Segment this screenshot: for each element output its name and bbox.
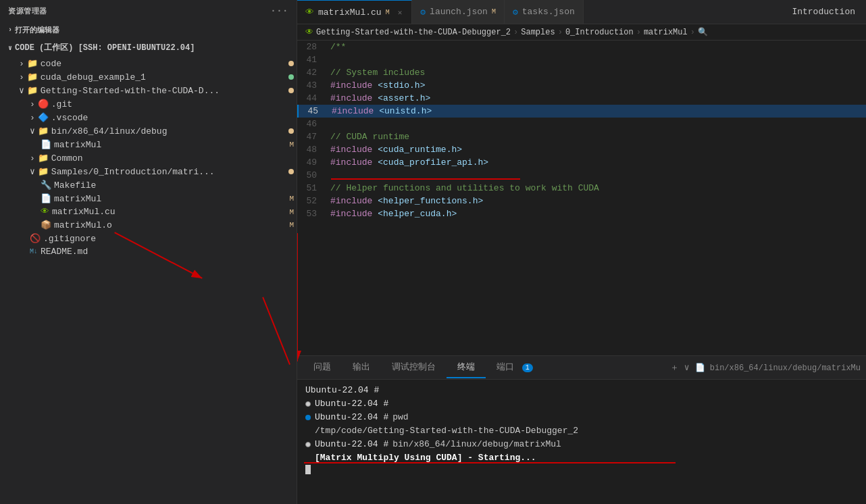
term-line-4: /tmp/code/Getting-Started-with-the-CUDA-… bbox=[305, 424, 858, 438]
line-num-46: 46 bbox=[297, 118, 328, 130]
sidebar-item-vscode-label: .vscode bbox=[51, 113, 294, 123]
panel-tab-problems[interactable]: 问题 bbox=[303, 357, 342, 378]
sidebar-item-gitignore-label: .gitignore bbox=[43, 234, 294, 244]
introduction-tab-area: Introduction bbox=[781, 0, 866, 24]
breadcrumb-sep1: › bbox=[513, 28, 518, 37]
breadcrumb-search-icon: 🔍 bbox=[698, 27, 708, 37]
cuda-debug-badge bbox=[288, 74, 294, 80]
sidebar-item-readme[interactable]: M↓ README.md bbox=[0, 245, 297, 258]
code-area: 28 /** 41 42 // System includes 43 #incl… bbox=[297, 41, 866, 355]
tab-matrixmul-cu[interactable]: 👁 matrixMul.cu M ✕ bbox=[297, 0, 412, 24]
sidebar-item-cuda-debug[interactable]: › 📁 cuda_debug_example_1 bbox=[0, 70, 297, 84]
term-line-6: [Matrix Multiply Using CUDA] - Starting.… bbox=[305, 451, 858, 465]
common-expand-icon: › bbox=[30, 153, 35, 163]
panel-tab-terminal[interactable]: 终端 bbox=[447, 357, 486, 378]
sidebar-item-bin-label: bin/x86_64/linux/debug bbox=[51, 126, 286, 136]
tab-matrixmul-cu-label: matrixMul.cu bbox=[318, 7, 382, 18]
line-num-51: 51 bbox=[297, 182, 328, 195]
sidebar-item-matrixmul2-label: matrixMul bbox=[54, 194, 286, 204]
sidebar-item-matrixmul-cu[interactable]: 👁 matrixMul.cu M bbox=[0, 205, 297, 218]
sidebar-item-git-label: .git bbox=[51, 99, 294, 109]
panel-tab-output[interactable]: 输出 bbox=[342, 357, 381, 378]
file-icon: 📄 bbox=[41, 139, 51, 150]
matrixmul-o-modified: M bbox=[289, 221, 294, 229]
sidebar-item-bin[interactable]: ∨ 📁 bin/x86_64/linux/debug bbox=[0, 124, 297, 138]
sidebar-item-common[interactable]: › 📁 Common bbox=[0, 151, 297, 165]
open-editors-chevron: › bbox=[8, 26, 12, 34]
sidebar-item-samples[interactable]: ∨ 📁 Samples/0_Introduction/matri... bbox=[0, 165, 297, 178]
sidebar-item-makefile[interactable]: 🔧 Makefile bbox=[0, 178, 297, 192]
term-dot-white-2 bbox=[305, 442, 311, 447]
terminal-content[interactable]: Ubuntu-22.04 # Ubuntu-22.04 # Ubuntu-22.… bbox=[297, 380, 866, 504]
folder-gs-icon: 📁 bbox=[27, 85, 38, 96]
breadcrumb-part3: 0_Introduction bbox=[565, 28, 634, 37]
open-editors-section[interactable]: › 打开的编辑器 bbox=[0, 22, 297, 39]
term-line-3: Ubuntu-22.04 # pwd bbox=[305, 411, 858, 424]
panel-tab-debug-console[interactable]: 调试控制台 bbox=[381, 357, 447, 378]
tab-launch-json[interactable]: ⚙ launch.json M bbox=[412, 0, 505, 24]
code-content-47: // CUDA runtime bbox=[328, 130, 866, 143]
term-prompt-2: Ubuntu-22.04 # bbox=[315, 397, 388, 411]
sidebar: 资源管理器 ··· › 打开的编辑器 ∨ CODE (工作区) [SSH: OP… bbox=[0, 0, 297, 504]
code-line-41: 41 bbox=[297, 53, 866, 66]
tab-close-btn[interactable]: ✕ bbox=[397, 7, 404, 18]
panel-tab-problems-label: 问题 bbox=[313, 362, 331, 372]
tab-tasks-json[interactable]: ⚙ tasks.json bbox=[505, 0, 584, 24]
samples-badge bbox=[288, 169, 294, 174]
introduction-label: Introduction bbox=[792, 7, 855, 17]
add-terminal-icon[interactable]: ＋ bbox=[670, 361, 679, 374]
sidebar-item-cuda-debug-label: cuda_debug_example_1 bbox=[41, 72, 286, 82]
panel-chevron-icon[interactable]: ∨ bbox=[684, 362, 690, 373]
sidebar-item-code-label: code bbox=[41, 59, 286, 69]
line-num-42: 42 bbox=[297, 66, 328, 79]
samples-expand-icon: ∨ bbox=[30, 166, 35, 177]
term-line-1: Ubuntu-22.04 # bbox=[305, 384, 858, 397]
term-prompt-4: Ubuntu-22.04 # bbox=[315, 438, 388, 451]
panel-actions: ＋ ∨ 📄 bin/x86_64/linux/debug/matrixMu bbox=[670, 361, 861, 374]
line-num-50: 50 bbox=[297, 169, 328, 182]
folder-expand-icon: ∨ bbox=[19, 85, 24, 96]
term-cursor bbox=[305, 465, 311, 474]
sidebar-item-matrixmul-o[interactable]: 📦 matrixMul.o M bbox=[0, 218, 297, 232]
matrixmul-cu-modified: M bbox=[289, 208, 294, 216]
code-line-43: 43 #include <stdio.h> bbox=[297, 79, 866, 92]
sidebar-item-matrixmul[interactable]: 📄 matrixMul M bbox=[0, 138, 297, 151]
breadcrumb-part4: matrixMul bbox=[644, 28, 688, 37]
code-badge bbox=[288, 61, 294, 66]
panel-tab-ports[interactable]: 端口 1 bbox=[486, 357, 544, 378]
sidebar-item-samples-label: Samples/0_Introduction/matri... bbox=[51, 167, 286, 177]
gs-badge bbox=[288, 88, 294, 93]
code-line-42: 42 // System includes bbox=[297, 66, 866, 79]
code-content-49: #include <cuda_profiler_api.h> bbox=[328, 156, 866, 169]
code-line-46: 46 bbox=[297, 118, 866, 130]
term-dot-blue-1 bbox=[305, 415, 311, 420]
sidebar-item-vscode[interactable]: › 🔷 .vscode bbox=[0, 111, 297, 124]
bin-badge bbox=[288, 128, 294, 134]
sidebar-item-matrixmul2[interactable]: 📄 matrixMul M bbox=[0, 192, 297, 205]
code-line-28: 28 /** bbox=[297, 41, 866, 53]
code-content-42: // System includes bbox=[328, 66, 866, 79]
folder-cuda-icon: 📁 bbox=[27, 72, 38, 82]
code-content-28: /** bbox=[328, 41, 866, 53]
code-line-53: 53 #include <helper_cuda.h> bbox=[297, 207, 866, 220]
code-scroll[interactable]: 28 /** 41 42 // System includes 43 #incl… bbox=[297, 41, 866, 355]
term-line-5: Ubuntu-22.04 # bin/x86_64/linux/debug/ma… bbox=[305, 438, 858, 451]
line-num-47: 47 bbox=[297, 130, 328, 143]
sidebar-item-readme-label: README.md bbox=[41, 247, 294, 257]
term-output-1: /tmp/code/Getting-Started-with-the-CUDA-… bbox=[305, 424, 578, 438]
git-folder-expand-icon: › bbox=[30, 99, 35, 109]
folder-closed-icon: › bbox=[19, 72, 24, 82]
sidebar-item-makefile-label: Makefile bbox=[54, 180, 294, 191]
workspace-section[interactable]: ∨ CODE (工作区) [SSH: OPENI-UBUNTU22.04] bbox=[0, 39, 297, 57]
git-folder-icon: 🔴 bbox=[38, 99, 49, 109]
sidebar-item-git[interactable]: › 🔴 .git bbox=[0, 97, 297, 111]
sidebar-item-gitignore[interactable]: 🚫 .gitignore bbox=[0, 232, 297, 245]
code-content-44: #include <assert.h> bbox=[328, 92, 866, 105]
more-icon[interactable]: ··· bbox=[270, 5, 288, 16]
tab-bar: 👁 matrixMul.cu M ✕ ⚙ launch.json M ⚙ tas… bbox=[297, 0, 866, 24]
sidebar-item-getting-started[interactable]: ∨ 📁 Getting-Started-with-the-CUDA-D... bbox=[0, 84, 297, 97]
code-line-51: 51 // Helper functions and utilities to … bbox=[297, 182, 866, 195]
term-line-cursor bbox=[305, 465, 858, 474]
sidebar-item-code[interactable]: › 📁 code bbox=[0, 57, 297, 70]
code-line-49: 49 #include <cuda_profiler_api.h> bbox=[297, 156, 866, 169]
